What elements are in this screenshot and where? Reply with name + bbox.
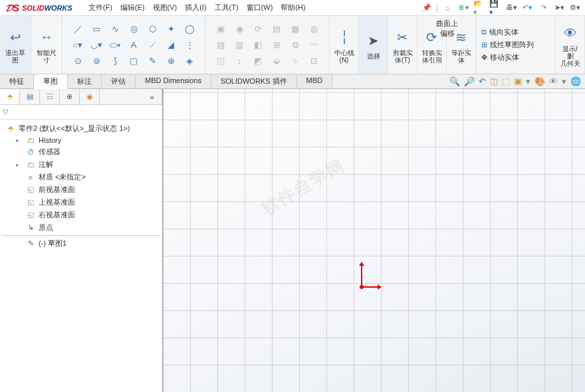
display-button[interactable]: 👁 显示/删 几何关 xyxy=(556,16,585,74)
select-button[interactable]: ➤ 选择 xyxy=(359,16,388,74)
tab-mbd[interactable]: MBD xyxy=(297,74,332,88)
intersect-icon[interactable]: ⊕ xyxy=(162,54,179,68)
menu-view[interactable]: 视图(V) xyxy=(153,3,177,13)
globe-icon[interactable]: 🌐 xyxy=(570,76,581,86)
rib-icon[interactable]: ▥ xyxy=(231,38,248,52)
expand-toggle[interactable]: ▸ xyxy=(16,161,23,168)
inst-icon[interactable]: ⊡ xyxy=(305,54,322,68)
expand-toggle[interactable]: ▸ xyxy=(16,137,23,144)
construct-icon[interactable]: ✎ xyxy=(144,54,161,68)
expand-tab[interactable]: » xyxy=(142,89,162,104)
circle-icon[interactable]: ○▾ xyxy=(69,38,86,52)
tree-material[interactable]: ≡材质 <未指定> xyxy=(1,171,161,183)
ref-icon[interactable]: ◫ xyxy=(212,54,229,68)
chamfer-icon[interactable]: ◢ xyxy=(162,38,179,52)
line-icon[interactable]: ／ xyxy=(69,22,86,37)
save-icon[interactable]: 💾▾ xyxy=(489,2,501,14)
section-icon[interactable]: ◫ xyxy=(490,76,498,86)
property-tab[interactable]: ▤ xyxy=(20,89,40,104)
display-style-icon[interactable]: ▣ xyxy=(514,76,522,86)
mirror-icon[interactable]: ⧉ xyxy=(481,28,487,37)
dim3d-icon[interactable]: ↕ xyxy=(231,54,248,68)
pin-icon[interactable]: 📌 xyxy=(421,2,433,14)
select-icon[interactable]: ➤▾ xyxy=(553,2,565,14)
shell-icon[interactable]: ▨ xyxy=(212,38,229,52)
exit-sketch-button[interactable]: ↩ 退出草图 xyxy=(0,16,31,74)
prev-view-icon[interactable]: ↶ xyxy=(479,76,486,86)
menu-window[interactable]: 窗口(W) xyxy=(247,3,273,13)
rect-icon[interactable]: ▭ xyxy=(88,22,105,37)
settings-icon[interactable]: ⚙▾ xyxy=(569,2,581,14)
arc-icon[interactable]: ◡▾ xyxy=(88,38,105,52)
tree-origin[interactable]: ↳原点 xyxy=(1,221,161,234)
arc2-icon[interactable]: ⟆ xyxy=(106,54,124,68)
zoom-fit-icon[interactable]: 🔍 xyxy=(449,76,460,86)
tree-top-plane[interactable]: ◱上视基准面 xyxy=(1,196,161,209)
cut-icon[interactable]: ▦ xyxy=(287,22,304,37)
slot3-icon[interactable]: ⊚ xyxy=(88,54,105,68)
tab-evaluate[interactable]: 评估 xyxy=(102,74,136,88)
hole-icon[interactable]: ◍ xyxy=(305,22,322,37)
polygon-icon[interactable]: ⬡ xyxy=(144,22,161,37)
menu-tools[interactable]: 工具(T) xyxy=(215,3,239,13)
scene-icon[interactable]: 👁 xyxy=(549,76,558,86)
config-tab[interactable]: ☷ xyxy=(40,89,60,104)
home-icon[interactable]: ⌂ xyxy=(441,2,453,14)
tab-annotate[interactable]: 标注 xyxy=(68,74,102,88)
tab-sketch[interactable]: 草图 xyxy=(34,74,68,89)
loft-icon[interactable]: ▤ xyxy=(268,22,285,37)
mirror-feat-icon[interactable]: ⧉ xyxy=(287,38,304,52)
tree-front-plane[interactable]: ◱前视基准面 xyxy=(1,183,161,196)
slot-icon[interactable]: ◎ xyxy=(125,22,142,37)
open-icon[interactable]: 📂▾ xyxy=(473,2,485,14)
slot2-icon[interactable]: ⊙ xyxy=(69,54,86,68)
text-icon[interactable]: A xyxy=(125,38,142,52)
menu-help[interactable]: 帮助(H) xyxy=(281,3,305,13)
menu-edit[interactable]: 编辑(E) xyxy=(120,3,145,13)
cube-icon[interactable]: ◩ xyxy=(249,54,267,68)
fillet-icon[interactable]: ⟋ xyxy=(144,38,161,52)
smart-dimension-button[interactable]: ↔ 智能尺寸 xyxy=(31,16,62,74)
graphics-area[interactable]: 软件自学网 xyxy=(164,89,585,392)
tree-sensors[interactable]: ⏱传感器 xyxy=(1,146,161,158)
point-icon[interactable]: ✦ xyxy=(162,22,179,37)
mirror-label[interactable]: 镜向实体 xyxy=(489,27,519,37)
tab-addins[interactable]: SOLIDWORKS 插件 xyxy=(211,74,297,88)
tree-root[interactable]: ⬘ 零件2 (默认<<默认>_显示状态 1>) xyxy=(1,122,161,135)
spline-icon[interactable]: ∿ xyxy=(106,22,124,37)
pattern-label[interactable]: 线性草图阵列 xyxy=(490,40,534,50)
centerline-icon[interactable]: ⋮ xyxy=(181,38,198,52)
trim-button[interactable]: ✂ 剪裁实 体(T) xyxy=(388,16,417,74)
tree-sketch1[interactable]: ✎(-) 草图1 xyxy=(1,235,161,250)
menu-insert[interactable]: 插入(I) xyxy=(185,3,206,13)
pattern-icon[interactable]: ⊞ xyxy=(481,41,487,49)
ellipse-icon[interactable]: ◯ xyxy=(181,22,198,37)
display-tab[interactable]: ◉ xyxy=(80,89,100,104)
undo-icon[interactable]: ↶▾ xyxy=(521,2,533,14)
ellipse2-icon[interactable]: ⬭▾ xyxy=(106,38,124,52)
curve-icon[interactable]: 〰 xyxy=(305,38,322,52)
rect2-icon[interactable]: ▢ xyxy=(125,54,142,68)
flex-icon[interactable]: ⟐ xyxy=(287,54,304,68)
appearance-icon[interactable]: 🎨 xyxy=(534,76,545,86)
centerline-button[interactable]: ╎ 中心线 (N) xyxy=(330,16,359,74)
menu-file[interactable]: 文件(F) xyxy=(88,3,112,13)
revolve-icon[interactable]: ◉ xyxy=(231,22,248,37)
tab-feature[interactable]: 特征 xyxy=(0,74,34,88)
draft-icon[interactable]: ◧ xyxy=(249,38,267,52)
redo-icon[interactable]: ↷ xyxy=(537,2,549,14)
dimxpert-tab[interactable]: ⊕ xyxy=(60,89,80,104)
zoom-area-icon[interactable]: 🔎 xyxy=(464,76,475,86)
sketch-icon[interactable]: ◈ xyxy=(181,54,198,68)
tree-right-plane[interactable]: ◱右视基准面 xyxy=(1,209,161,221)
pattern-feat-icon[interactable]: ⊞ xyxy=(268,38,285,52)
extrude-icon[interactable]: ▣ xyxy=(212,22,229,37)
print-icon[interactable]: 🖶▾ xyxy=(505,2,517,14)
feature-tree-tab[interactable]: ⬘ xyxy=(0,89,20,104)
view-orient-icon[interactable]: ⬚ xyxy=(502,76,510,86)
hide-show-icon[interactable]: ▾ xyxy=(526,76,530,86)
wrap-icon[interactable]: ⬙ xyxy=(268,54,285,68)
tree-annotations[interactable]: ▸🗀注解 xyxy=(1,158,161,171)
filter-icon[interactable]: ▽ xyxy=(3,108,8,116)
filter-input[interactable] xyxy=(11,108,160,116)
